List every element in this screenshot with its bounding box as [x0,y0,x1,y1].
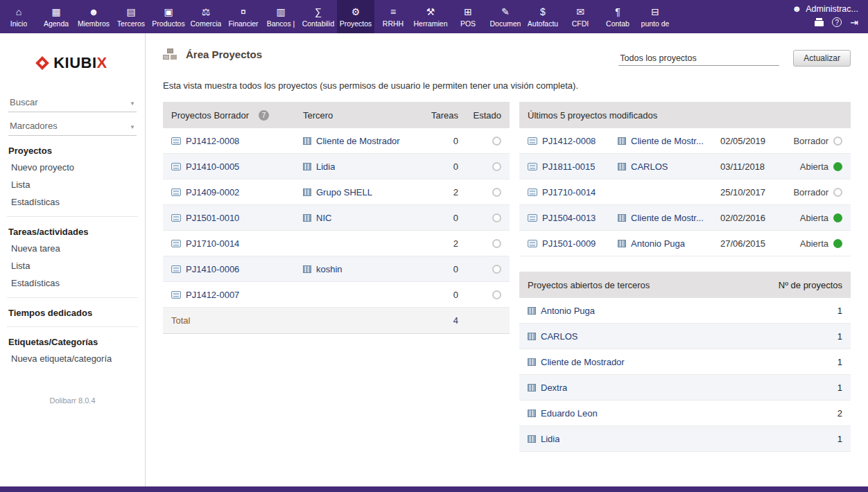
project-ref-link[interactable]: PJ1710-0014 [186,238,239,249]
pos2-icon: ⊟ [651,6,659,17]
projects-count: 1 [766,434,842,444]
status-dot [492,137,501,146]
thirdparty-link[interactable]: Dextra [541,383,567,393]
menu-item[interactable]: ⚙ Proyectos [337,0,374,33]
thirdparty-link[interactable]: Lidia [316,161,335,172]
project-ref-link[interactable]: PJ1410-0005 [186,161,239,172]
bookmarks-dropdown[interactable]: Marcadores [8,112,137,136]
thirdparty-link[interactable]: CARLOS [541,331,578,342]
thirdparty-link[interactable]: Eduardo Leon [541,408,598,419]
status-label: Borrador [793,187,828,197]
project-ref-link[interactable]: PJ1811-0015 [542,161,595,172]
thirdparty-link[interactable]: Grupo SHELL [316,187,372,197]
menu-item[interactable]: ▣ Productos [150,0,187,33]
project-ref-link[interactable]: PJ1412-0008 [542,136,596,146]
project-ref-link[interactable]: PJ1410-0006 [186,264,239,274]
sidebar-item[interactable]: Lista [7,176,138,193]
menu-item[interactable]: ▤ Terceros [112,0,150,33]
sidebar-item-tareas[interactable]: Tareas/actividades [7,224,138,240]
user-menu[interactable]: Administrac... [792,3,858,14]
modified-date: 27/06/2015 [720,238,783,249]
thirdparty-link[interactable]: NIC [316,213,331,223]
menu-item[interactable]: ⊞ POS [449,0,487,33]
menu-item[interactable]: ⊟ punto de [636,0,674,33]
kiubix-logo[interactable]: KIUBIX [0,33,145,89]
thirdparty-link[interactable]: Cliente de Mostrador [316,136,400,146]
menu-item-label: Proyectos [340,19,372,28]
table-row: Lidia 1 [519,426,851,452]
menu-item[interactable]: $ Autofactu [524,0,562,33]
menu-item[interactable]: ⌂ Inicio [0,0,37,33]
chevron-down-icon [130,121,135,131]
menu-item[interactable]: ∑ Contabilid [300,0,337,33]
company-icon [528,410,536,417]
table-row: PJ1501-0010 NIC 0 [163,205,510,231]
sidebar-item[interactable]: Nueva tarea [7,240,138,257]
menu-item[interactable]: ≡ RRHH [374,0,412,33]
logout-icon[interactable] [850,17,858,27]
search-dropdown[interactable]: Buscar [8,89,137,112]
menu-item-label: Comercia [191,19,222,28]
sidebar-section-tiempos: Tiempos dedicados [7,297,138,326]
thirdparty-link[interactable]: Lidia [541,434,559,444]
menu-item[interactable]: ▦ Agenda [37,0,75,33]
user-name: Administrac... [806,4,858,14]
menu-item[interactable]: ⚖ Comercia [187,0,225,33]
open-table-title: Proyectos abiertos de terceros [528,280,650,290]
menu-item[interactable]: ✎ Documen [487,0,524,33]
calendar-icon: ▦ [51,6,60,17]
open-projects-table: Proyectos abiertos de terceros Nº de pro… [519,272,851,452]
thirdparty-link[interactable]: Antonio Puga [631,238,685,249]
help-icon[interactable] [832,17,842,27]
menu-item[interactable]: ☻ Miembros [75,0,112,33]
company-icon [303,137,311,145]
thirdparty-link[interactable]: Cliente de Mostrador [541,357,625,367]
project-ref-link[interactable]: PJ1501-0009 [542,238,596,249]
thirdparty-link[interactable]: koshin [316,264,342,274]
project-icon [171,265,181,273]
sidebar-item[interactable]: Nuevo proyecto [7,159,138,176]
menu-item-label: Autofactu [528,19,558,28]
sidebar-item-tiempos[interactable]: Tiempos dedicados [7,305,138,321]
sidebar-item-etiquetas[interactable]: Etiquetas/Categorías [7,334,138,350]
company-icon [303,163,311,170]
page-description: Esta vista muestra todos los proyectos (… [163,80,851,91]
sidebar-item[interactable]: Estadísticas [7,193,138,211]
modified-date: 02/05/2019 [720,136,783,146]
menu-item[interactable]: ¶ Contab [599,0,636,33]
project-ref-link[interactable]: PJ1409-0002 [186,187,239,197]
project-ref-link[interactable]: PJ1501-0010 [186,213,239,223]
thirdparty-link[interactable]: CARLOS [631,161,668,172]
projects-count: 2 [766,408,842,419]
menu-item[interactable]: ⚒ Herramien [412,0,449,33]
thirdparty-link[interactable]: Cliente de Mostr... [631,136,704,146]
count-badge: 7 [259,110,269,121]
search-label: Buscar [10,97,37,107]
company-icon [618,137,626,145]
logo-mark-icon [35,56,49,70]
menu-item[interactable]: ▥ Bancos | [262,0,300,33]
project-filter-input[interactable] [618,51,779,66]
refresh-button[interactable]: Actualizar [793,50,851,67]
print-icon[interactable] [815,21,824,26]
project-ref-link[interactable]: PJ1710-0014 [542,187,596,197]
thirdparty-link[interactable]: Antonio Puga [541,306,595,316]
tasks-count: 2 [420,187,458,197]
project-ref-link[interactable]: PJ1504-0013 [542,213,596,223]
sidebar-item[interactable]: Estadísticas [7,274,138,292]
sidebar-item[interactable]: Nueva etiqueta/categoría [7,350,138,367]
status-dot [492,162,501,171]
project-icon [171,163,181,170]
project-ref-link[interactable]: PJ1412-0008 [186,136,239,146]
logo-text: KIUBIX [53,54,107,72]
menu-item[interactable]: ✉ CFDI [562,0,599,33]
project-ref-link[interactable]: PJ1412-0007 [186,290,239,300]
sidebar-item-proyectos[interactable]: Proyectos [7,143,138,159]
contab-icon: ¶ [615,6,620,17]
thirdparty-link[interactable]: Cliente de Mostr... [631,213,704,223]
menu-item[interactable]: ¤ Financier [225,0,262,33]
sidebar-item[interactable]: Lista [7,257,138,274]
col-tareas: Tareas [420,110,458,121]
project-icon [171,137,181,145]
company-icon [303,188,311,196]
